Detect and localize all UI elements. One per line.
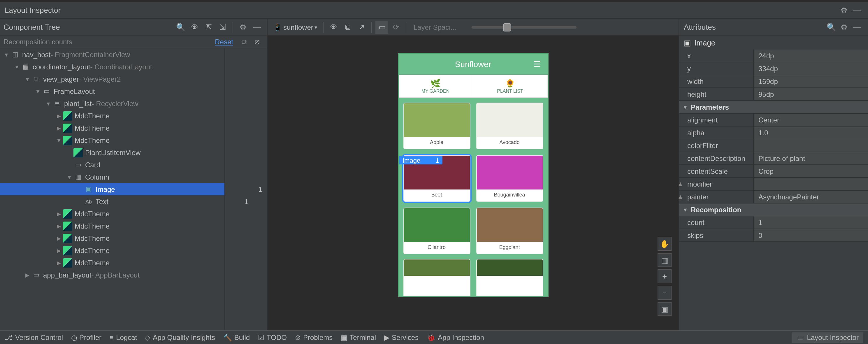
eye-icon[interactable]: 👁 [188,21,201,34]
settings-icon[interactable]: ⚙ [838,21,850,34]
expand-icon[interactable]: ⇲ [216,21,229,34]
tree-row[interactable]: ▼plant_list - RecyclerView [0,97,224,110]
chevron-right-icon[interactable]: ▶ [55,248,63,253]
status-bar-active-tool[interactable]: ▭Layout Inspector [793,332,863,343]
attribute-value[interactable]: 0 [754,229,868,241]
tree-row[interactable]: ▼coordinator_layout - CoordinatorLayout [0,61,224,73]
tree-row[interactable]: ▶MdcTheme [0,256,224,269]
status-bar-item[interactable]: ▣Terminal [341,333,376,341]
tree-row[interactable]: ▶MdcTheme [0,220,224,232]
chevron-right-icon[interactable]: ▶ [55,113,63,119]
tree-row[interactable]: Text [0,195,224,208]
attribute-value[interactable]: 24dp [754,50,868,62]
layer-spacing-slider[interactable] [472,26,577,28]
tree-row[interactable]: Image [0,183,224,195]
attribute-value[interactable]: 169dp [754,75,868,88]
section-parameters[interactable]: ▼ Parameters [679,101,868,114]
device-selector[interactable]: 📱 sunflower ▾ [271,23,320,31]
attribute-row[interactable]: alignmentCenter [679,114,868,127]
plant-card[interactable]: Bougainvillea [476,155,543,202]
refresh-icon[interactable]: ⟳ [390,21,403,34]
status-bar-item[interactable]: ◷Profiler [71,333,101,341]
attribute-row[interactable]: x24dp [679,50,868,62]
plant-card-partial[interactable] [476,259,543,296]
section-recomposition[interactable]: ▼ Recomposition [679,204,868,216]
snapshot-icon[interactable]: ⧉ [341,21,354,34]
attribute-row[interactable]: skips0 [679,229,868,242]
tree-row[interactable]: ▼nav_host - FragmentContainerView [0,49,224,61]
chevron-right-icon[interactable]: ▶ [55,211,63,217]
attribute-value[interactable]: AsyncImagePainter [754,191,868,203]
preview-canvas[interactable]: Sunflower ☰ 🌿 MY GARDEN 🌻 PLANT LIST [268,36,679,330]
status-bar-item[interactable]: ⊘Problems [295,333,333,341]
tree-row[interactable]: ▶app_bar_layout - AppBarLayout [0,269,224,281]
tree-row[interactable]: ▼FrameLayout [0,85,224,97]
hide-icon[interactable]: — [850,21,863,34]
chevron-right-icon[interactable]: ▶ [23,272,31,278]
attribute-row[interactable]: colorFilter [679,139,868,152]
chevron-down-icon[interactable]: ▼ [23,76,31,82]
layers-icon[interactable]: ▥ [657,253,672,267]
status-bar-item[interactable]: ≡Logcat [110,333,137,341]
chevron-down-icon[interactable]: ▼ [34,88,42,94]
attribute-value[interactable]: 334dp [754,62,868,75]
plant-card[interactable]: Eggplant [476,208,543,254]
status-bar-item[interactable]: ⎇Version Control [5,333,63,341]
zoom-out-icon[interactable]: － [657,286,672,300]
search-icon[interactable]: 🔍 [174,21,187,34]
zoom-in-icon[interactable]: ＋ [657,269,672,283]
attribute-value[interactable] [754,178,868,190]
pan-icon[interactable]: ✋ [657,237,672,251]
tree-row[interactable]: ▶MdcTheme [0,110,224,122]
tree-row[interactable]: Card [0,159,224,171]
tree-row[interactable]: ▶MdcTheme [0,208,224,220]
chevron-down-icon[interactable]: ▼ [55,137,63,143]
attribute-value[interactable]: Center [754,114,868,126]
status-bar-item[interactable]: 🔨Build [223,333,250,341]
chevron-right-icon[interactable]: ▶ [55,235,63,241]
search-icon[interactable]: 🔍 [825,21,838,34]
chevron-right-icon[interactable]: ▶ [55,223,63,229]
plant-card[interactable]: Avocado [476,103,543,149]
settings-icon[interactable]: ⚙ [237,21,249,34]
tab-plant-list[interactable]: 🌻 PLANT LIST [473,75,548,97]
chevron-right-icon[interactable]: ▶ [677,195,683,199]
attribute-row[interactable]: alpha1.0 [679,127,868,139]
attribute-row[interactable]: contentDescriptionPicture of plant [679,152,868,165]
collapse-icon[interactable]: ⇱ [202,21,215,34]
attribute-row[interactable]: ▶painterAsyncImagePainter [679,191,868,204]
zoom-fit-icon[interactable]: ▣ [657,302,672,316]
tree-row[interactable]: PlantListItemView [0,146,224,159]
slider-thumb[interactable] [503,23,512,31]
tree-row[interactable]: ▶MdcTheme [0,122,224,134]
chevron-down-icon[interactable]: ▼ [44,101,53,106]
copy-icon[interactable]: ⧉ [238,35,251,48]
attribute-row[interactable]: width169dp [679,75,868,88]
export-icon[interactable]: ↗ [355,21,368,34]
reset-link[interactable]: Reset [215,38,233,46]
status-bar-item[interactable]: 🐞App Inspection [427,333,484,341]
attribute-value[interactable]: 1 [754,216,868,228]
attribute-value[interactable]: 95dp [754,88,868,100]
tree-row[interactable]: ▶MdcTheme [0,244,224,256]
tree-row[interactable]: ▼view_pager - ViewPager2 [0,73,224,85]
plant-card-partial[interactable] [403,259,470,296]
tree-row[interactable]: ▼MdcTheme [0,134,224,146]
status-bar-item[interactable]: ☑TODO [258,333,287,341]
chevron-down-icon[interactable]: ▼ [13,64,21,70]
attribute-value[interactable]: 1.0 [754,127,868,139]
live-updates-icon[interactable]: 👁 [327,21,340,34]
chevron-right-icon[interactable]: ▶ [55,125,63,131]
component-tree[interactable]: ▼nav_host - FragmentContainerView▼coordi… [0,49,224,330]
plant-card[interactable]: Cilantro [403,208,470,254]
chevron-down-icon[interactable]: ▼ [65,174,73,180]
attribute-value[interactable]: Crop [754,165,868,177]
status-bar-item[interactable]: ◇App Quality Insights [145,333,215,341]
hide-icon[interactable]: — [251,21,264,34]
tree-row[interactable]: ▶MdcTheme [0,232,224,244]
minimize-icon[interactable]: — [850,4,863,17]
attribute-row[interactable]: ▶modifier [679,178,868,191]
disable-icon[interactable]: ⊘ [251,35,264,48]
chevron-right-icon[interactable]: ▶ [677,182,683,186]
attribute-row[interactable]: height95dp [679,88,868,101]
